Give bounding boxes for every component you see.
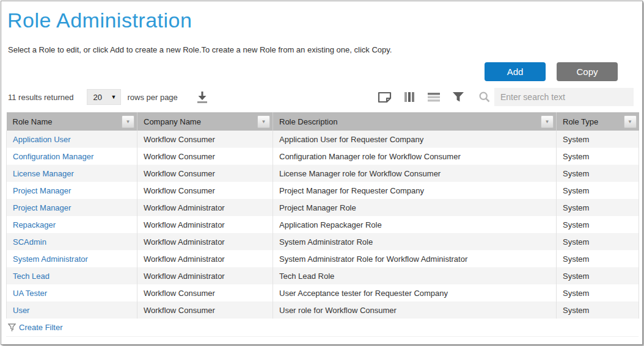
add-button[interactable]: Add — [485, 62, 546, 81]
role-description-cell: Application User for Requester Company — [273, 131, 557, 148]
company-name-cell: Workflow Consumer — [137, 301, 273, 319]
role-type-cell: System — [557, 267, 639, 284]
rows-icon — [427, 92, 441, 103]
new-view-button[interactable] — [376, 90, 393, 104]
search-input[interactable] — [494, 88, 634, 106]
table-body: Application User Workflow Consumer Appli… — [7, 131, 639, 319]
export-button[interactable] — [194, 88, 211, 106]
role-type-cell: System — [557, 131, 639, 148]
table-row[interactable]: Project Manager Workflow Administrator P… — [7, 199, 639, 216]
role-description-cell: Project Manager Role — [273, 199, 557, 216]
role-name-link[interactable]: Tech Lead — [13, 272, 49, 281]
role-type-cell: System — [557, 250, 639, 267]
toolbar-left: 11 results returned 20 ▼ rows per page — [8, 88, 211, 106]
role-type-cell: System — [557, 216, 639, 233]
company-name-cell: Workflow Administrator — [137, 250, 273, 267]
copy-button[interactable]: Copy — [557, 62, 618, 81]
role-description-cell: System Administrator Role — [273, 233, 557, 250]
column-label: Role Type — [563, 117, 598, 126]
action-buttons: Add Copy — [6, 62, 618, 81]
role-name-cell: License Manager — [7, 165, 137, 182]
column-label: Role Description — [279, 117, 337, 126]
column-filter-button[interactable]: ▼ — [541, 115, 554, 128]
role-name-cell: User — [7, 301, 137, 319]
column-filter-button[interactable]: ▼ — [257, 115, 270, 128]
search-icon — [478, 91, 491, 103]
column-chooser-button[interactable] — [402, 90, 417, 104]
table-row[interactable]: Repackager Workflow Administrator Applic… — [7, 216, 639, 233]
company-name-cell: Workflow Consumer — [137, 182, 273, 199]
role-description-cell: User role for Workflow Consumer — [273, 301, 557, 319]
filter-row-button[interactable] — [451, 90, 466, 104]
create-filter-link[interactable]: Create Filter — [19, 323, 63, 332]
row-density-button[interactable] — [426, 90, 442, 104]
role-name-link[interactable]: License Manager — [13, 169, 74, 178]
company-name-cell: Workflow Administrator — [137, 267, 273, 284]
column-header-role-description[interactable]: Role Description ▼ — [273, 112, 557, 131]
page-title: Role Administration — [7, 9, 637, 32]
role-name-link[interactable]: Application User — [13, 135, 71, 144]
role-name-link[interactable]: UA Tester — [13, 289, 47, 298]
role-name-link[interactable]: Repackager — [13, 220, 56, 229]
role-name-link[interactable]: User — [13, 306, 29, 315]
search-box — [478, 88, 634, 106]
columns-icon — [403, 91, 415, 103]
company-name-cell: Workflow Consumer — [137, 148, 273, 165]
table-row[interactable]: License Manager Workflow Consumer Licens… — [7, 165, 639, 182]
table-row[interactable]: System Administrator Workflow Administra… — [7, 250, 639, 267]
filter-icon — [452, 92, 464, 103]
rows-per-page-label: rows per page — [127, 93, 177, 102]
role-type-cell: System — [557, 199, 639, 216]
toolbar-right — [376, 88, 634, 106]
column-header-role-name[interactable]: Role Name ▼ — [7, 112, 137, 131]
role-name-link[interactable]: Project Manager — [13, 203, 71, 212]
column-label: Company Name — [144, 117, 201, 126]
role-description-cell: System Administrator Role for Workflow A… — [273, 250, 557, 267]
rows-per-page-value: 20 — [93, 93, 101, 102]
role-name-cell: Configuration Manager — [7, 148, 137, 165]
column-filter-button[interactable]: ▼ — [624, 115, 637, 128]
role-description-cell: Configuration Manager role for Workflow … — [273, 148, 557, 165]
chevron-down-icon: ▼ — [126, 119, 131, 124]
chevron-down-icon: ▼ — [262, 119, 266, 124]
role-name-cell: System Administrator — [7, 250, 137, 267]
role-type-cell: System — [557, 165, 639, 182]
company-name-cell: Workflow Consumer — [137, 131, 273, 148]
column-header-role-type[interactable]: Role Type ▼ — [557, 112, 639, 131]
table-row[interactable]: UA Tester Workflow Consumer User Accepta… — [7, 284, 639, 301]
role-name-link[interactable]: System Administrator — [13, 254, 88, 264]
grid-footer: Create Filter — [6, 319, 639, 337]
table-header: Role Name ▼ Company Name ▼ Role Descript… — [7, 112, 639, 131]
role-description-cell: License Manager role for Workflow Consum… — [273, 165, 557, 182]
table-row[interactable]: Project Manager Workflow Consumer Projec… — [7, 182, 639, 199]
role-name-link[interactable]: Configuration Manager — [13, 152, 93, 161]
role-name-link[interactable]: SCAdmin — [13, 237, 46, 247]
rows-per-page-select[interactable]: 20 ▼ — [87, 89, 121, 105]
column-filter-button[interactable]: ▼ — [122, 115, 134, 128]
role-name-link[interactable]: Project Manager — [13, 186, 71, 195]
role-type-cell: System — [557, 182, 639, 199]
role-description-cell: Tech Lead Role — [273, 267, 557, 284]
role-description-cell: User Acceptance tester for Requester Com… — [273, 284, 557, 301]
table-row[interactable]: User Workflow Consumer User role for Wor… — [7, 301, 639, 319]
create-filter-icon — [8, 323, 16, 332]
role-name-cell: Project Manager — [7, 199, 137, 216]
role-type-cell: System — [557, 233, 639, 250]
company-name-cell: Workflow Administrator — [137, 216, 273, 233]
table-row[interactable]: Configuration Manager Workflow Consumer … — [7, 148, 639, 165]
table-row[interactable]: Application User Workflow Consumer Appli… — [7, 131, 639, 148]
page-icon — [378, 92, 392, 103]
role-administration-page: Role Administration Select a Role to edi… — [1, 1, 643, 345]
chevron-down-icon: ▼ — [111, 94, 117, 100]
column-label: Role Name — [13, 117, 53, 126]
chevron-down-icon: ▼ — [628, 119, 632, 124]
column-header-company-name[interactable]: Company Name ▼ — [137, 112, 273, 131]
role-name-cell: Tech Lead — [7, 267, 137, 284]
role-type-cell: System — [557, 148, 639, 165]
table-row[interactable]: Tech Lead Workflow Administrator Tech Le… — [7, 267, 639, 284]
grid-toolbar: 11 results returned 20 ▼ rows per page — [8, 87, 637, 107]
role-name-cell: Repackager — [7, 216, 137, 233]
company-name-cell: Workflow Administrator — [137, 199, 273, 216]
table-row[interactable]: SCAdmin Workflow Administrator System Ad… — [7, 233, 639, 250]
role-name-cell: SCAdmin — [7, 233, 137, 250]
